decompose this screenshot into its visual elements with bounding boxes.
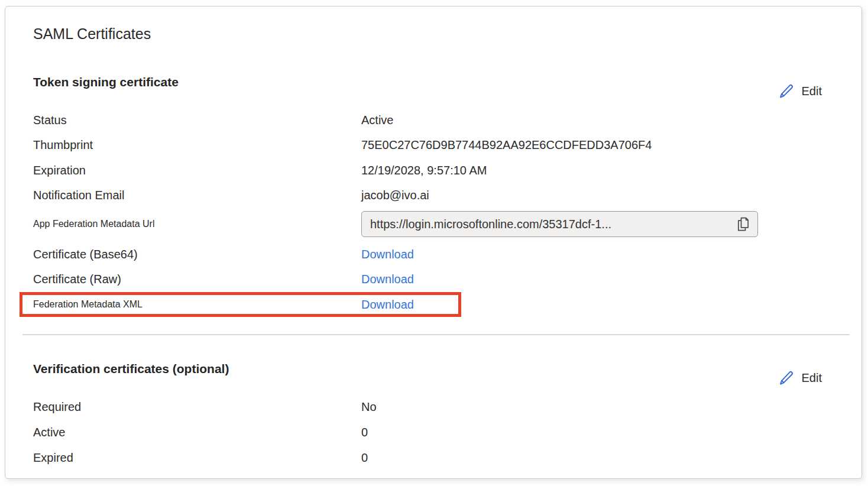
app-federation-metadata-url-field[interactable]: https://login.microsoftonline.com/35317d… [361, 211, 758, 237]
edit-pencil-icon [778, 370, 794, 386]
copy-button[interactable] [735, 216, 752, 232]
edit-token-signing-button[interactable]: Edit [778, 83, 822, 99]
required-label: Required [33, 400, 361, 414]
status-value: Active [361, 114, 393, 127]
certificate-base64-row: Certificate (Base64) Download [33, 242, 847, 267]
download-certificate-base64-link[interactable]: Download [361, 248, 414, 261]
edit-pencil-icon [778, 83, 794, 99]
active-label: Active [33, 426, 361, 439]
certificate-raw-label: Certificate (Raw) [33, 273, 361, 286]
expiration-label: Expiration [33, 164, 361, 177]
notification-email-label: Notification Email [33, 189, 361, 202]
notification-email-row: Notification Email jacob@ivo.ai [33, 183, 847, 209]
expired-label: Expired [33, 451, 361, 465]
highlight-annotation-box: Federation Metadata XML Download [20, 292, 461, 317]
active-value: 0 [361, 426, 368, 439]
certificate-raw-row: Certificate (Raw) Download [33, 267, 847, 291]
certificate-base64-label: Certificate (Base64) [33, 248, 361, 261]
thumbprint-row: Thumbprint 75E0C27C76D9B7744B92AA92E6CCD… [33, 133, 847, 158]
token-signing-certificate-heading: Token signing certificate [33, 74, 179, 90]
status-label: Status [33, 114, 361, 127]
download-certificate-raw-link[interactable]: Download [361, 273, 414, 286]
copy-icon [735, 216, 752, 232]
status-row: Status Active [33, 108, 847, 133]
notification-email-value: jacob@ivo.ai [361, 189, 429, 202]
thumbprint-value: 75E0C27C76D9B7744B92AA92E6CCDFEDD3A706F4 [361, 138, 652, 152]
active-row: Active 0 [33, 420, 847, 445]
federation-metadata-xml-label: Federation Metadata XML [33, 299, 361, 310]
thumbprint-label: Thumbprint [33, 138, 361, 152]
expiration-row: Expiration 12/19/2028, 9:57:10 AM [33, 158, 847, 183]
download-federation-metadata-xml-link[interactable]: Download [361, 298, 414, 312]
required-value: No [361, 400, 377, 414]
edit-button-label: Edit [802, 371, 822, 385]
saml-certificates-panel: SAML Certificates Token signing certific… [5, 6, 862, 479]
verification-certificates-heading: Verification certificates (optional) [33, 361, 229, 377]
expired-value: 0 [361, 451, 368, 465]
app-federation-metadata-url-value: https://login.microsoftonline.com/35317d… [370, 218, 611, 231]
app-federation-metadata-url-label: App Federation Metadata Url [33, 219, 361, 229]
edit-verification-button[interactable]: Edit [778, 370, 822, 386]
required-row: Required No [33, 394, 847, 420]
page-title: SAML Certificates [33, 24, 847, 44]
app-federation-metadata-url-row: App Federation Metadata Url https://logi… [33, 211, 847, 237]
section-divider [22, 334, 850, 335]
expired-row: Expired 0 [33, 445, 847, 471]
expiration-value: 12/19/2028, 9:57:10 AM [361, 164, 487, 177]
edit-button-label: Edit [802, 85, 822, 98]
